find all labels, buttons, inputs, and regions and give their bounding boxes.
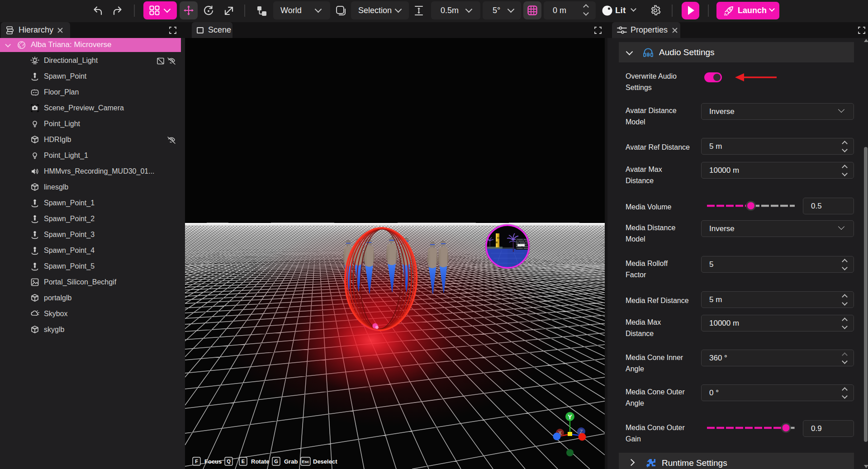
svg-text:F: F	[195, 459, 198, 464]
svg-text:Rotate: Rotate	[251, 458, 269, 465]
svg-text:Y: Y	[568, 413, 572, 421]
svg-text:Grab: Grab	[284, 458, 298, 465]
svg-text:Q: Q	[227, 459, 231, 464]
svg-text:Focus: Focus	[204, 458, 222, 465]
svg-text:Deselect: Deselect	[313, 458, 337, 465]
svg-text:E: E	[242, 459, 245, 464]
svg-text:Esc: Esc	[302, 460, 309, 464]
svg-text:G: G	[274, 459, 278, 464]
